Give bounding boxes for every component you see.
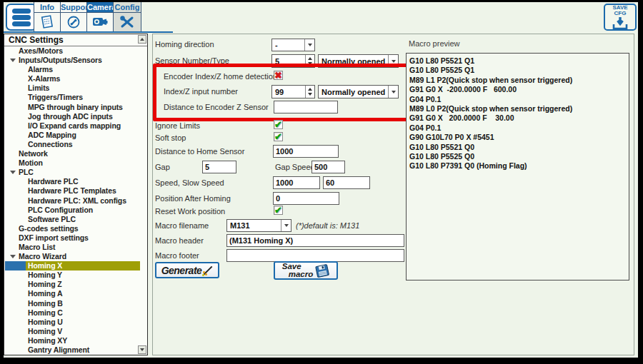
encoder-index-checkbox[interactable]: ✖ [274, 71, 283, 80]
sidebar-item-homing-xy[interactable]: Homing XY [5, 336, 140, 345]
chevron-down-icon [388, 86, 398, 98]
gap-speed-input[interactable] [311, 161, 345, 173]
support-icon [61, 13, 86, 31]
check-icon: ✔ [274, 131, 282, 142]
tree-scroll-down[interactable] [138, 345, 146, 354]
sidebar-item-hardware-plc-xml-configs[interactable]: Hardware PLC: XML configs [5, 196, 140, 206]
sidebar-item-plc-configuration[interactable]: PLC Configuration [5, 206, 140, 215]
sidebar-tree: Axes/MotorsInputs/Outputs/SensorsAlarmsX… [5, 46, 146, 355]
tab-info[interactable]: Info [34, 2, 60, 31]
indexz-number-spinner[interactable]: 99 [271, 85, 315, 98]
spinner-arrows-icon[interactable] [305, 86, 314, 98]
sidebar-item-x-alarms[interactable]: X-Alarms [5, 74, 140, 84]
spinner-arrows-icon[interactable] [305, 55, 314, 67]
macro-footer-input[interactable] [226, 249, 404, 262]
tab-support[interactable]: Support [60, 2, 86, 31]
hamburger-icon [12, 21, 31, 26]
gap-speed-label: Gap Speed [275, 163, 315, 171]
sidebar-item-plc[interactable]: PLC [5, 168, 140, 177]
sidebar-item-alarms[interactable]: Alarms [5, 65, 140, 74]
sidebar-item-macro-wizard[interactable]: Macro Wizard [5, 252, 140, 261]
macro-preview-line: G10 L80 P5521 Q1 [409, 56, 629, 66]
sidebar-item-homing-v[interactable]: Homing V [5, 327, 140, 336]
sidebar-item-g-codes-settings[interactable]: G-codes settings [5, 224, 140, 233]
hamburger-icon [12, 15, 31, 20]
sidebar-item-hardware-plc[interactable]: Hardware PLC [5, 177, 140, 186]
expander-icon[interactable] [10, 59, 16, 62]
menu-button[interactable] [6, 4, 37, 31]
settings-tree-panel: CNC Settings Axes/MotorsInputs/Outputs/S… [4, 34, 148, 355]
tab-camera[interactable]: Camera [86, 2, 113, 31]
sidebar-item-label: Homing V [28, 327, 62, 335]
sidebar-item-inputs-outputs-sensors[interactable]: Inputs/Outputs/Sensors [5, 56, 140, 65]
macro-filename-select[interactable]: M131 [226, 219, 291, 232]
sidebar-item-gantry-alignment[interactable]: Gantry Alignment [5, 345, 140, 355]
gap-input[interactable] [202, 161, 236, 173]
sidebar-item-limits[interactable]: Limits [5, 84, 140, 93]
macro-preview-line: M89 L1 P2(Quick stop when sensor trigger… [409, 76, 629, 85]
sidebar-item-homing-b[interactable]: Homing B [5, 299, 140, 308]
sidebar-item-homing-c[interactable]: Homing C [5, 308, 140, 318]
position-after-input[interactable] [273, 192, 339, 205]
sidebar-item-label: Hardware PLC [28, 177, 79, 186]
indexz-type-select[interactable]: Normally opened [318, 85, 399, 98]
generate-label: Generate [161, 265, 202, 276]
reset-work-checkbox[interactable]: ✔ [274, 206, 283, 215]
sidebar-item-homing-y[interactable]: Homing Y [5, 271, 140, 280]
speed-input[interactable] [273, 176, 320, 189]
macro-footer-label: Macro footer [155, 251, 199, 260]
generate-button[interactable]: Generate [155, 262, 219, 278]
distance-home-input[interactable] [273, 145, 339, 158]
macro-filename-value: M131 [230, 220, 279, 231]
sidebar-item-homing-u[interactable]: Homing U [5, 318, 140, 327]
sidebar-item-dxf-import-settings[interactable]: DXF import settings [5, 233, 140, 243]
sidebar-item-homing-x[interactable]: Homing X [5, 261, 140, 271]
expander-icon[interactable] [10, 171, 16, 174]
expander-icon[interactable] [10, 255, 16, 258]
sidebar-item-adc-mapping[interactable]: ADC Mapping [5, 131, 140, 140]
distance-encoder-label: Distance to Encoder Z Sensor [164, 103, 269, 111]
sidebar-item-label: Macro List [19, 243, 56, 251]
soft-stop-checkbox[interactable]: ✔ [274, 132, 283, 141]
chevron-down-icon [304, 39, 314, 51]
tab-info-label: Info [34, 2, 60, 13]
check-icon: ✔ [274, 205, 282, 216]
sidebar-item-motion[interactable]: Motion [5, 158, 140, 168]
save-macro-button[interactable]: Save macro [274, 261, 338, 280]
sidebar-item-homing-a[interactable]: Homing A [5, 289, 140, 298]
sensor-number-spinner[interactable]: 5 [271, 54, 315, 68]
slow-speed-input[interactable] [323, 176, 370, 189]
macro-preview-line: G91 G0 X -200.0000 F 600.00 [409, 85, 629, 94]
sidebar-item-homing-z[interactable]: Homing Z [5, 280, 140, 289]
macro-header-label: Macro header [155, 236, 204, 245]
sidebar-item-label: ADC Mapping [28, 131, 76, 139]
indexz-type-value: Normally opened [322, 86, 387, 98]
sidebar-item-triggers-timers[interactable]: Triggers/Timers [5, 93, 140, 102]
save-cfg-button[interactable]: SAVE CFG [604, 4, 637, 31]
macro-header-input[interactable] [226, 234, 404, 247]
tab-config[interactable]: Config [113, 2, 141, 31]
sidebar-item-mpg-through-binary-inputs[interactable]: MPG through binary inputs [5, 103, 140, 112]
floppy-disk-icon [315, 264, 329, 278]
sidebar-item-axes-motors[interactable]: Axes/Motors [5, 46, 140, 56]
chevron-down-icon [388, 55, 398, 67]
sidebar-item-macro-list[interactable]: Macro List [5, 243, 140, 252]
sidebar-item-software-plc[interactable]: Software PLC [5, 215, 140, 224]
sensor-type-select[interactable]: Normally opened [318, 54, 399, 68]
homing-direction-select[interactable]: - [271, 39, 315, 51]
macro-preview-line: G90 G10L70 P0 X #5451 [409, 133, 629, 142]
tree-scroll-up[interactable] [138, 35, 146, 44]
ignore-limits-checkbox[interactable]: ✔ [274, 120, 283, 129]
distance-home-label: Distance to Home Sensor [155, 147, 244, 156]
sidebar-item-jog-through-adc-inputs[interactable]: Jog through ADC inputs [5, 112, 140, 121]
sidebar-item-network[interactable]: Network [5, 149, 140, 158]
macro-preview-line: M89 L0 P2(Quick stop when sensor trigger… [409, 104, 629, 113]
macro-preview-line: G10 L80 P5525 Q0 [409, 152, 629, 161]
sidebar-item-i-o-expand-cards-mapping[interactable]: I/O Expand cards mapping [5, 121, 140, 131]
sidebar-item-connections[interactable]: Connections [5, 140, 140, 149]
sidebar-item-label: Triggers/Timers [28, 93, 83, 101]
sidebar-item-hardware-plc-templates[interactable]: Hardware PLC Templates [5, 186, 140, 196]
save-macro-label: macro [289, 271, 314, 278]
distance-encoder-input[interactable] [274, 101, 338, 113]
macro-preview-line: G91 G0 X 200.0000 F 30.00 [409, 113, 629, 123]
